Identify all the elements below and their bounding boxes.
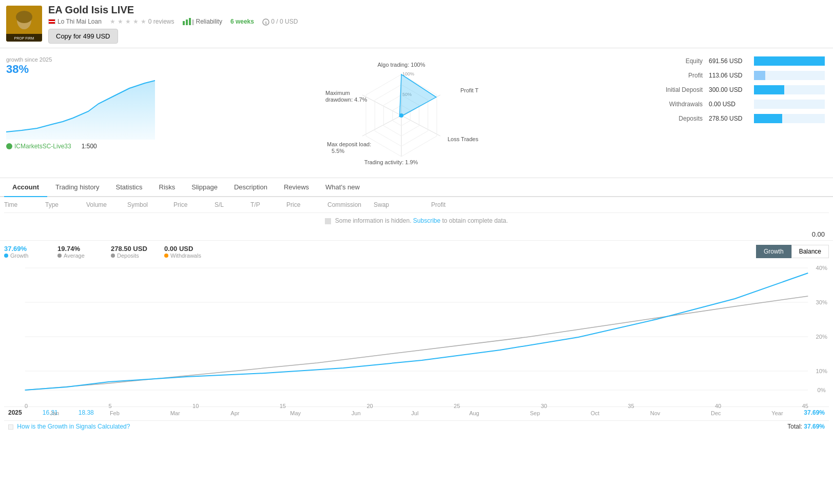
svg-text:Loss Trades: 2.2%: Loss Trades: 2.2% (448, 136, 478, 142)
col-profit: Profit (410, 201, 445, 208)
svg-text:$: $ (265, 21, 267, 25)
rel-bar-1 (183, 21, 185, 25)
svg-text:10%: 10% (816, 368, 828, 374)
avatar: PROP FIRM (6, 6, 42, 42)
equity-bar-fill (754, 56, 825, 66)
col-price-close: Price (286, 201, 327, 208)
dot-average (57, 254, 62, 258)
top-section: growth since 2025 38% ICMarketsSC-Live33… (0, 48, 833, 178)
stat-average: 19.74% Average (57, 245, 99, 259)
reliability-label: Reliability (196, 18, 222, 25)
bottom-info-row: How is the Growth in Signals Calculated?… (4, 420, 829, 432)
profit-row: Profit 113.06 USD (646, 71, 825, 80)
info-box-icon (8, 424, 13, 430)
col-price-open: Price (173, 201, 215, 208)
col-type: Type (45, 201, 86, 208)
rel-bar-3 (189, 18, 191, 25)
col-time: Time (4, 201, 45, 208)
growth-toggle-buttons: Growth Balance (756, 245, 829, 258)
col-commission: Commission (327, 201, 374, 208)
svg-line-11 (362, 115, 401, 136)
radar-chart-panel: 50% 100% Algo trading (164, 52, 638, 173)
growth-section: 37.69% Growth 19.74% Average 278.50 USD … (0, 240, 833, 436)
growth-stats: 37.69% Growth 19.74% Average 278.50 USD … (4, 245, 205, 259)
tab-risks[interactable]: Risks (151, 178, 184, 197)
page-header: PROP FIRM EA Gold Isis LIVE Lo Thi Mai L… (0, 0, 833, 48)
hidden-info-bar: Some information is hidden. Subscribe to… (4, 213, 829, 228)
reliability-bars (183, 18, 194, 25)
profit-total: 0.00 (4, 228, 829, 240)
dot-deposits (111, 254, 115, 258)
col-symbol: Symbol (127, 201, 173, 208)
svg-text:40%: 40% (816, 265, 828, 271)
weeks-label: 6 weeks (230, 18, 254, 25)
deposits-bar-track (754, 114, 825, 123)
star-4: ★ (133, 18, 139, 25)
broker-status-icon (6, 143, 12, 149)
growth-pct-value: 38% (6, 63, 158, 76)
leverage-value: 1:500 (82, 143, 97, 150)
table-header: Time Type Volume Symbol Price S/L T/P Pr… (4, 197, 829, 213)
tab-account[interactable]: Account (4, 178, 47, 197)
balance-button[interactable]: Balance (791, 245, 829, 258)
flag-icon: Lo Thi Mai Loan (48, 18, 102, 25)
tab-trading-history[interactable]: Trading history (47, 178, 108, 197)
x-axis-months: Jan Feb Mar Apr May Jun Jul Aug Sep Oct … (4, 409, 829, 416)
rel-bar-2 (186, 20, 188, 25)
dot-growth (4, 254, 8, 258)
growth-button[interactable]: Growth (756, 245, 791, 258)
col-swap: Swap (374, 201, 410, 208)
star-5: ★ (141, 18, 146, 25)
stars-group: ★ ★ ★ ★ ★ 0 reviews (110, 18, 175, 25)
stat-growth: 37.69% Growth (4, 245, 45, 259)
svg-text:Trading activity: 1.9%: Trading activity: 1.9% (364, 159, 418, 165)
copy-button[interactable]: Copy for 499 USD (48, 29, 118, 44)
svg-line-9 (401, 115, 440, 136)
svg-marker-19 (399, 74, 436, 117)
dot-withdrawals (164, 254, 168, 258)
header-info: EA Gold Isis LIVE Lo Thi Mai Loan ★ ★ ★ … (48, 4, 827, 44)
tab-statistics[interactable]: Statistics (108, 178, 151, 197)
profit-bar-track (754, 71, 825, 80)
hidden-icon (325, 218, 331, 224)
mini-growth-chart (6, 78, 155, 140)
right-bars-panel: Equity 691.56 USD Profit 113.06 USD Init… (638, 52, 833, 173)
star-1: ★ (110, 18, 115, 25)
stat-withdrawals: 0.00 USD Withdrawals (164, 245, 205, 259)
reviews-count: 0 reviews (148, 18, 175, 25)
page-title: EA Gold Isis LIVE (48, 4, 134, 16)
author-name: Lo Thi Mai Loan (57, 18, 102, 25)
col-tp: T/P (250, 201, 286, 208)
svg-point-2 (16, 11, 32, 23)
star-2: ★ (118, 18, 123, 25)
svg-line-12 (362, 95, 401, 115)
svg-text:drawdown: 4.7%: drawdown: 4.7% (325, 96, 367, 103)
tab-reviews[interactable]: Reviews (276, 178, 317, 197)
svg-text:PROP FIRM: PROP FIRM (14, 36, 34, 40)
svg-text:30%: 30% (816, 299, 828, 305)
x-axis-numbers: 0 5 10 15 20 25 30 35 40 45 (4, 403, 829, 409)
svg-text:0%: 0% (818, 387, 826, 393)
growth-since-label: growth since 2025 (6, 56, 158, 63)
svg-text:5.5%: 5.5% (332, 148, 344, 154)
equity-row: Equity 691.56 USD (646, 56, 825, 66)
tab-whats-new[interactable]: What's new (317, 178, 368, 197)
svg-text:Maximum: Maximum (325, 90, 350, 96)
star-3: ★ (125, 18, 131, 25)
tab-description[interactable]: Description (226, 178, 276, 197)
growth-info-link[interactable]: How is the Growth in Signals Calculated? (17, 423, 130, 430)
initial-deposit-bar-fill (754, 85, 784, 94)
svg-text:100%: 100% (402, 71, 414, 76)
deposits-row: Deposits 278.50 USD (646, 114, 825, 123)
initial-deposit-bar-track (754, 85, 825, 94)
withdrawals-bar-track (754, 100, 825, 109)
tab-slippage[interactable]: Slippage (183, 178, 226, 197)
subscribe-link[interactable]: Subscribe (413, 217, 440, 224)
tabs-bar: Account Trading history Statistics Risks… (0, 178, 833, 197)
growth-chart-svg: 40% 30% 20% 10% 0% (4, 263, 829, 401)
profit-bar-fill (754, 71, 765, 80)
svg-text:Algo trading: 100%: Algo trading: 100% (377, 62, 425, 68)
col-sl: S/L (215, 201, 250, 208)
deposits-bar-fill (754, 114, 782, 123)
initial-deposit-row: Initial Deposit 300.00 USD (646, 85, 825, 94)
